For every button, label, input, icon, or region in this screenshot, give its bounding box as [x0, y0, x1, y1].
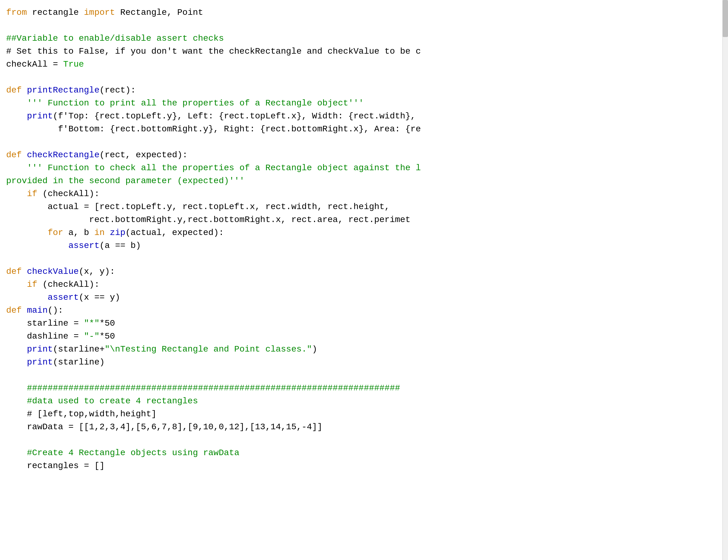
code-token: zip	[110, 228, 125, 238]
code-token: ''' Function to print all the properties…	[27, 98, 364, 108]
code-token	[22, 267, 27, 276]
code-line	[6, 433, 722, 446]
code-token: def	[6, 305, 22, 315]
code-token: (x, y):	[79, 267, 115, 276]
code-token	[22, 305, 27, 315]
code-line: print(f'Top: {rect.topLeft.y}, Left: {re…	[6, 110, 722, 123]
code-token: if	[27, 189, 37, 199]
code-token	[22, 85, 27, 95]
scrollbar-thumb[interactable]	[722, 0, 728, 37]
code-line: rectangles = []	[6, 459, 722, 472]
code-line: dashline = "-"*50	[6, 330, 722, 343]
code-token: for	[48, 228, 63, 238]
code-token: (starline+	[53, 344, 105, 354]
code-line: if (checkAll):	[6, 278, 722, 291]
code-token: *50	[99, 331, 115, 341]
code-token: provided in the second parameter (expect…	[6, 176, 245, 186]
code-token: #Create 4 Rectangle objects using rawDat…	[6, 448, 239, 458]
code-token: actual = [rect.topLeft.y, rect.topLeft.x…	[6, 202, 390, 212]
code-line	[6, 369, 722, 382]
code-line: #data used to create 4 rectangles	[6, 395, 722, 408]
code-line: starline = "*"*50	[6, 317, 722, 330]
code-line: print(starline)	[6, 356, 722, 369]
code-token: from	[6, 8, 27, 17]
code-line: assert(a == b)	[6, 239, 722, 252]
code-token: print	[27, 357, 53, 367]
code-token: a, b	[63, 228, 94, 238]
code-token: "*"	[84, 318, 99, 328]
code-line	[6, 19, 722, 32]
code-token: # [left,top,width,height]	[6, 409, 156, 419]
code-token	[6, 189, 27, 199]
code-token: print	[27, 111, 53, 121]
code-token: (actual, expected):	[126, 228, 224, 238]
code-line: assert(x == y)	[6, 291, 722, 304]
code-line: def main():	[6, 304, 722, 317]
code-token: printRectangle	[27, 85, 99, 95]
code-line: provided in the second parameter (expect…	[6, 175, 722, 188]
code-line: from rectangle import Rectangle, Point	[6, 6, 722, 19]
code-line: # [left,top,width,height]	[6, 408, 722, 421]
code-token: rawData = [[1,2,3,4],[5,6,7,8],[9,10,0,1…	[6, 422, 322, 432]
code-token: # Set this to False, if you don't want t…	[6, 47, 421, 56]
code-line: ########################################…	[6, 382, 722, 395]
code-line: ''' Function to check all the properties…	[6, 162, 722, 175]
code-line: ##Variable to enable/disable assert chec…	[6, 32, 722, 45]
code-token: rect.bottomRight.y,rect.bottomRight.x, r…	[6, 215, 411, 225]
code-line: # Set this to False, if you don't want t…	[6, 45, 722, 58]
code-line: rawData = [[1,2,3,4],[5,6,7,8],[9,10,0,1…	[6, 421, 722, 433]
code-token: (checkAll):	[37, 280, 100, 289]
code-token: ():	[48, 305, 63, 315]
code-token: rectangle	[27, 8, 84, 17]
code-token: rectangles = []	[6, 461, 105, 471]
code-token: (x == y)	[79, 292, 120, 302]
code-token: if	[27, 280, 37, 289]
code-token	[6, 98, 27, 108]
code-token: checkValue	[27, 267, 79, 276]
code-line: for a, b in zip(actual, expected):	[6, 226, 722, 239]
code-token: def	[6, 150, 22, 160]
code-token	[6, 241, 68, 251]
code-line: def checkValue(x, y):	[6, 265, 722, 278]
code-token: main	[27, 305, 48, 315]
code-line: ''' Function to print all the properties…	[6, 97, 722, 110]
code-content: from rectangle import Rectangle, Point #…	[6, 6, 722, 472]
code-token: (rect, expected):	[99, 150, 188, 160]
code-line: f'Bottom: {rect.bottomRight.y}, Right: {…	[6, 123, 722, 136]
code-line: print(starline+"\nTesting Rectangle and …	[6, 343, 722, 356]
code-token: checkAll =	[6, 60, 63, 69]
code-token: "-"	[84, 331, 99, 341]
code-token	[6, 292, 48, 302]
code-token: Rectangle, Point	[115, 8, 203, 17]
code-token: import	[84, 8, 115, 17]
code-token	[6, 228, 48, 238]
code-line: actual = [rect.topLeft.y, rect.topLeft.x…	[6, 201, 722, 214]
code-token	[6, 111, 27, 121]
code-token	[6, 280, 27, 289]
code-line: rect.bottomRight.y,rect.bottomRight.x, r…	[6, 214, 722, 226]
code-line: #Create 4 Rectangle objects using rawDat…	[6, 446, 722, 459]
code-token	[6, 163, 27, 173]
code-token: #data used to create 4 rectangles	[6, 396, 198, 406]
code-token: def	[6, 267, 22, 276]
code-token: f'Bottom: {rect.bottomRight.y}, Right: {…	[6, 124, 421, 134]
code-token	[105, 228, 110, 238]
code-editor: from rectangle import Rectangle, Point #…	[0, 0, 728, 560]
code-token	[6, 344, 27, 354]
code-token: ''' Function to check all the properties…	[27, 163, 421, 173]
code-token: checkRectangle	[27, 150, 99, 160]
code-token: ########################################…	[6, 383, 400, 393]
code-line: def checkRectangle(rect, expected):	[6, 149, 722, 162]
code-line	[6, 71, 722, 84]
code-token: print	[27, 344, 53, 354]
code-token: ##Variable to enable/disable assert chec…	[6, 34, 224, 43]
code-token: (checkAll):	[37, 189, 100, 199]
code-token: (rect):	[99, 85, 136, 95]
code-token: *50	[99, 318, 115, 328]
code-token: dashline =	[6, 331, 84, 341]
code-token	[6, 357, 27, 367]
scrollbar[interactable]	[722, 0, 728, 560]
code-line	[6, 252, 722, 265]
code-line: if (checkAll):	[6, 188, 722, 201]
code-line: def printRectangle(rect):	[6, 84, 722, 97]
